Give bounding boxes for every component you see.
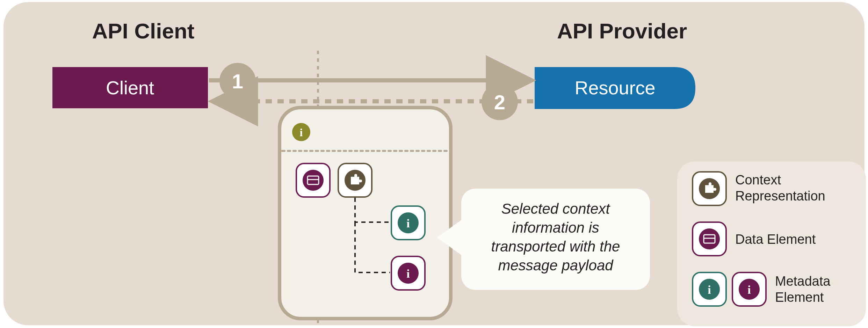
info-icon: i xyxy=(739,279,760,300)
svg-point-22 xyxy=(699,228,720,249)
client-node: Client xyxy=(52,67,208,108)
step-badge-1: 1 xyxy=(219,63,256,99)
info-icon: i xyxy=(398,263,419,284)
callout-line-1: Selected context xyxy=(501,201,611,217)
window-icon xyxy=(699,228,720,249)
panel-metadata-maroon-tile: i xyxy=(391,256,425,290)
resource-node-label: Resource xyxy=(574,77,655,98)
panel-metadata-teal-tile: i xyxy=(391,206,425,240)
window-icon xyxy=(303,170,324,191)
legend-context-rep-line2: Representation xyxy=(735,189,825,203)
svg-text:i: i xyxy=(406,267,410,280)
api-context-diagram: API Client API Provider Client Resource … xyxy=(0,0,868,328)
callout-line-2: information is xyxy=(512,219,599,236)
panel-data-element-tile xyxy=(296,163,330,197)
panel-header-info-icon: i xyxy=(292,123,310,141)
svg-text:i: i xyxy=(708,283,711,296)
step-badge-2: 2 xyxy=(482,84,518,120)
svg-text:i: i xyxy=(406,217,410,230)
callout-line-4: message payload xyxy=(498,257,614,274)
callout-line-3: transported with the xyxy=(491,238,620,255)
resource-node: Resource xyxy=(535,67,695,109)
step-badge-1-number: 1 xyxy=(232,70,243,93)
legend-data-element-label: Data Element xyxy=(735,232,816,247)
puzzle-icon xyxy=(345,170,366,191)
svg-point-7 xyxy=(303,170,324,191)
title-api-provider: API Provider xyxy=(557,19,687,43)
puzzle-icon xyxy=(699,178,720,199)
panel-context-rep-tile xyxy=(338,163,372,197)
legend-metadata-line1: Metadata xyxy=(775,274,831,289)
info-icon: i xyxy=(398,212,419,233)
title-api-client: API Client xyxy=(92,19,195,43)
step-badge-2-number: 2 xyxy=(494,91,505,114)
client-node-label: Client xyxy=(106,77,154,98)
legend-panel: Context Representation Data Element i i xyxy=(677,161,866,326)
svg-text:i: i xyxy=(300,126,303,139)
callout-bubble: Selected context information is transpor… xyxy=(437,189,650,290)
info-icon: i xyxy=(699,279,720,300)
legend-metadata-line2: Element xyxy=(775,290,824,305)
svg-text:i: i xyxy=(747,283,751,296)
message-payload-panel: i i xyxy=(280,108,451,319)
legend-context-rep-line1: Context xyxy=(735,173,781,187)
